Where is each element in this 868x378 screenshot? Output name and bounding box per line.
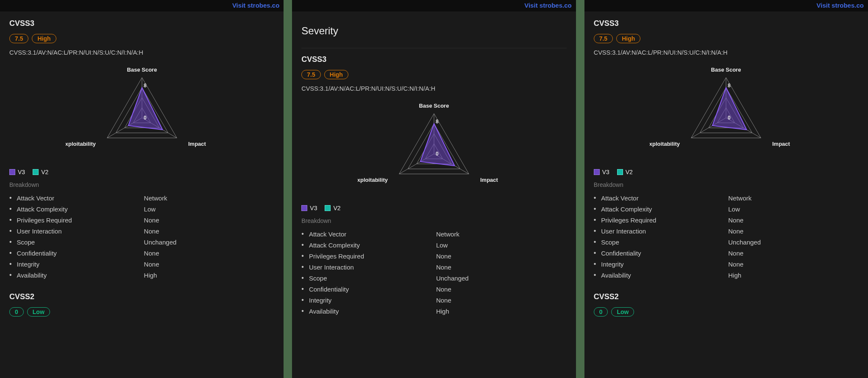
breakdown-row: ConfidentialityNone <box>594 247 859 258</box>
cvss3-title: CVSS3 <box>301 55 566 64</box>
legend-v2: V2 <box>33 169 48 175</box>
breakdown-list: Attack VectorNetworkAttack ComplexityLow… <box>301 228 566 317</box>
breakdown-key: User Interaction <box>601 228 728 235</box>
breakdown-key: Integrity <box>601 261 728 268</box>
breakdown-key: Integrity <box>309 297 436 304</box>
cvss3-pills: 7.5 High <box>594 34 859 43</box>
svg-text:Impact: Impact <box>188 141 206 147</box>
breakdown-value: High <box>144 272 157 279</box>
radar-chart-wrap: 08Base ScoreImpactExploitability <box>594 59 859 161</box>
breakdown-value: Low <box>436 242 448 249</box>
swatch-v2-icon <box>325 205 331 211</box>
cvss3-vector: CVSS:3.1/AV:N/AC:L/PR:N/UI:N/S:U/C:N/I:N… <box>594 49 859 56</box>
panel-content: CVSS3 7.5 High CVSS:3.1/AV:N/AC:L/PR:N/U… <box>0 11 284 378</box>
breakdown-row: Attack ComplexityLow <box>9 203 274 214</box>
svg-text:Impact: Impact <box>772 141 790 147</box>
visit-link[interactable]: Visit strobes.co <box>817 2 864 9</box>
visit-link[interactable]: Visit strobes.co <box>232 2 279 9</box>
breakdown-row: IntegrityNone <box>301 295 566 306</box>
breakdown-value: None <box>436 264 451 271</box>
cvss3-score-pill: 7.5 <box>301 70 320 79</box>
breakdown-key: Confidentiality <box>601 250 728 257</box>
swatch-v3-icon <box>9 169 15 175</box>
breakdown-key: Scope <box>601 239 728 246</box>
cvss3-title: CVSS3 <box>9 19 274 28</box>
legend-v3: V3 <box>594 169 609 175</box>
breakdown-title: Breakdown <box>9 181 274 188</box>
legend-v2: V2 <box>325 205 340 211</box>
breakdown-key: Confidentiality <box>17 250 144 257</box>
breakdown-key: Attack Complexity <box>601 206 728 213</box>
breakdown-key: User Interaction <box>309 264 436 271</box>
breakdown-row: IntegrityNone <box>9 258 274 270</box>
cvss3-severity-pill: High <box>32 34 56 43</box>
legend: V3 V2 <box>9 169 274 175</box>
breakdown-key: Privileges Required <box>17 217 144 224</box>
svg-text:8: 8 <box>436 119 439 125</box>
breakdown-value: Unchanged <box>144 239 177 246</box>
svg-text:Exploitability: Exploitability <box>66 141 96 147</box>
breakdown-row: Attack VectorNetwork <box>301 228 566 239</box>
topbar: Visit strobes.co <box>584 0 868 11</box>
breakdown-key: Scope <box>17 239 144 246</box>
cvss3-severity-pill: High <box>616 34 640 43</box>
visit-link[interactable]: Visit strobes.co <box>524 2 571 9</box>
severity-panel: Visit strobes.co Severity CVSS3 7.5 High… <box>292 0 576 378</box>
breakdown-title: Breakdown <box>594 181 859 188</box>
breakdown-value: Unchanged <box>436 275 469 282</box>
breakdown-value: High <box>728 272 741 279</box>
breakdown-value: None <box>728 250 743 257</box>
breakdown-row: IntegrityNone <box>594 258 859 270</box>
breakdown-row: Attack VectorNetwork <box>9 192 274 203</box>
severity-panel: Visit strobes.co CVSS3 7.5 High CVSS:3.1… <box>0 0 284 378</box>
legend-v2: V2 <box>617 169 633 175</box>
breakdown-row: ScopeUnchanged <box>301 272 566 284</box>
svg-text:0: 0 <box>728 115 731 121</box>
breakdown-value: None <box>436 286 451 293</box>
cvss2-severity-pill: Low <box>27 307 50 317</box>
topbar: Visit strobes.co <box>0 0 284 11</box>
svg-text:Exploitability: Exploitability <box>650 141 680 147</box>
breakdown-row: AvailabilityHigh <box>9 270 274 281</box>
legend: V3 V2 <box>301 205 566 211</box>
radar-chart: 08Base ScoreImpactExploitability <box>650 59 802 161</box>
swatch-v2-icon <box>617 169 623 175</box>
svg-text:Base Score: Base Score <box>127 67 157 73</box>
breakdown-row: Privileges RequiredNone <box>594 214 859 225</box>
breakdown-row: AvailabilityHigh <box>594 270 859 281</box>
breakdown-key: Confidentiality <box>309 286 436 293</box>
cvss3-pills: 7.5 High <box>9 34 274 43</box>
cvss2-title: CVSS2 <box>594 292 859 301</box>
cvss3-severity-pill: High <box>324 70 348 79</box>
breakdown-row: Attack ComplexityLow <box>594 203 859 214</box>
svg-text:0: 0 <box>144 115 147 121</box>
panel-content: Severity CVSS3 7.5 High CVSS:3.1/AV:N/AC… <box>292 11 576 378</box>
breakdown-value: None <box>728 261 743 268</box>
cvss3-vector: CVSS:3.1/AV:N/AC:L/PR:N/UI:N/S:U/C:N/I:N… <box>301 85 566 92</box>
breakdown-key: Availability <box>309 308 436 315</box>
breakdown-key: User Interaction <box>17 228 144 235</box>
divider <box>301 48 566 48</box>
breakdown-row: Privileges RequiredNone <box>9 214 274 225</box>
breakdown-value: None <box>728 228 743 235</box>
cvss3-vector: CVSS:3.1/AV:N/AC:L/PR:N/UI:N/S:U/C:N/I:N… <box>9 49 274 56</box>
cvss2-pills: 0 Low <box>9 307 274 317</box>
breakdown-row: Attack VectorNetwork <box>594 192 859 203</box>
cvss2-pills: 0 Low <box>594 307 859 317</box>
breakdown-row: User InteractionNone <box>594 225 859 236</box>
breakdown-row: AvailabilityHigh <box>301 306 566 317</box>
breakdown-key: Privileges Required <box>309 253 436 260</box>
cvss2-score-pill: 0 <box>594 307 608 317</box>
cvss3-pills: 7.5 High <box>301 70 566 79</box>
radar-chart: 08Base ScoreImpactExploitability <box>358 95 510 197</box>
breakdown-title: Breakdown <box>301 217 566 224</box>
breakdown-row: User InteractionNone <box>301 261 566 272</box>
swatch-v3-icon <box>594 169 600 175</box>
topbar: Visit strobes.co <box>292 0 576 11</box>
breakdown-key: Scope <box>309 275 436 282</box>
cvss3-score-pill: 7.5 <box>594 34 613 43</box>
cvss3-score-pill: 7.5 <box>9 34 28 43</box>
breakdown-row: Privileges RequiredNone <box>301 250 566 261</box>
legend-v3: V3 <box>301 205 317 211</box>
radar-chart-wrap: 08Base ScoreImpactExploitability <box>301 95 566 197</box>
